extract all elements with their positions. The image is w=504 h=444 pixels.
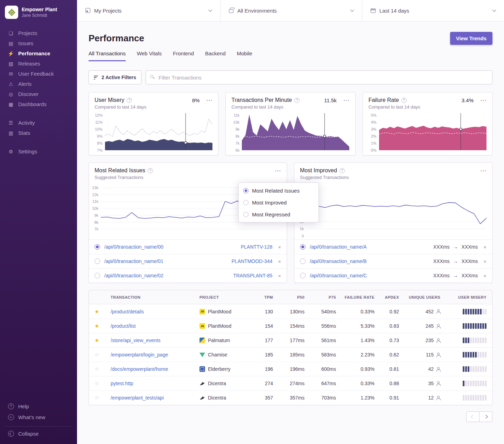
- close-icon[interactable]: ×: [483, 273, 486, 279]
- sidebar-item-activity[interactable]: ☰Activity: [5, 118, 72, 128]
- transaction-link[interactable]: /store/api_view_events: [111, 338, 197, 343]
- help-icon[interactable]: [148, 168, 153, 173]
- issue-link[interactable]: PLANTTV-128: [241, 244, 272, 250]
- star-icon[interactable]: ★: [94, 337, 108, 344]
- transaction-link[interactable]: /api/0/transaction_name/02: [104, 273, 163, 278]
- tab-all-transactions[interactable]: All Transactions: [89, 50, 126, 61]
- sidebar-item-issues[interactable]: ▤Issues: [5, 38, 72, 48]
- overflow-menu-icon[interactable]: ⋯: [275, 168, 281, 174]
- star-icon[interactable]: ☆: [94, 395, 108, 401]
- sidebar-item-projects[interactable]: ❏Projects: [5, 28, 72, 38]
- issue-link[interactable]: TRANSPLANT-85: [233, 273, 272, 278]
- dropdown-item-most-related-issues[interactable]: Most Related Issues: [239, 185, 318, 196]
- star-icon[interactable]: ★: [94, 323, 108, 329]
- transaction-link[interactable]: /docs/empowerplant/home: [111, 366, 197, 372]
- sidebar-item-help[interactable]: ?Help: [5, 401, 72, 412]
- star-icon[interactable]: ★: [94, 308, 108, 315]
- sidebar-item-collapse[interactable]: Collapse: [5, 426, 72, 439]
- discover-icon: ◎: [8, 91, 14, 97]
- radio-button[interactable]: [243, 200, 248, 205]
- transaction-link[interactable]: pytest.http: [111, 381, 197, 386]
- close-icon[interactable]: ×: [483, 258, 486, 264]
- dropdown-item-most-improved[interactable]: Most Improved: [239, 196, 318, 208]
- sidebar-item-label: Settings: [18, 148, 37, 154]
- duration-before: XXXms: [433, 273, 450, 278]
- sidebar-item-label: Issues: [18, 40, 33, 46]
- transaction-link[interactable]: /api/0/transaction_name/B: [310, 258, 367, 264]
- cell-p75: 540ms: [321, 309, 336, 314]
- tab-backend[interactable]: Backend: [205, 50, 225, 61]
- issue-link[interactable]: PLANTMOOD-344: [232, 258, 273, 264]
- radio-button[interactable]: [94, 244, 100, 250]
- transaction-link[interactable]: /api/0/transaction_name/C: [310, 273, 367, 278]
- star-icon[interactable]: ☆: [94, 380, 108, 387]
- overflow-menu-icon[interactable]: ⋯: [480, 168, 486, 174]
- sidebar-item-alerts[interactable]: ⚠Alerts: [5, 79, 72, 89]
- sidebar-item-user-feedback[interactable]: ✉User Feedback: [5, 69, 72, 79]
- close-icon[interactable]: ×: [483, 244, 486, 250]
- tab-frontend[interactable]: Frontend: [173, 50, 194, 61]
- cell-failure-rate: 0.33%: [360, 381, 374, 386]
- sidebar-item-what-s-new[interactable]: ≈What’s new: [5, 412, 72, 423]
- sidebar-item-dashboards[interactable]: ▦Dashboards: [5, 99, 72, 109]
- transaction-link[interactable]: /product/details: [111, 309, 197, 314]
- y-tick-label: 13k: [92, 186, 98, 190]
- transaction-link[interactable]: /empowerplant/login_page: [111, 352, 197, 358]
- close-icon[interactable]: ×: [278, 273, 281, 279]
- tab-mobile[interactable]: Mobile: [237, 50, 252, 61]
- chart-canvas: [242, 113, 349, 150]
- filter-icon: [94, 76, 98, 79]
- transaction-link[interactable]: /api/0/transaction_name/00: [104, 244, 163, 250]
- active-filters-button[interactable]: 2 Active Filters: [89, 70, 141, 84]
- radio-button[interactable]: [300, 258, 306, 264]
- environment-selector[interactable]: All Environments: [220, 0, 362, 21]
- project-selector[interactable]: My Projects: [77, 0, 220, 21]
- sidebar-item-discover[interactable]: ◎Discover: [5, 89, 72, 99]
- star-icon[interactable]: ☆: [94, 366, 108, 372]
- close-icon[interactable]: ×: [278, 244, 281, 250]
- close-icon[interactable]: ×: [278, 258, 281, 264]
- overflow-menu-icon[interactable]: ⋯: [343, 97, 350, 103]
- star-icon[interactable]: ☆: [94, 352, 108, 358]
- radio-button[interactable]: [243, 212, 248, 217]
- sidebar-item-releases[interactable]: ▧Releases: [5, 58, 72, 69]
- transaction-link[interactable]: /api/0/transaction_name/01: [104, 258, 163, 264]
- radio-button[interactable]: [94, 258, 100, 264]
- sidebar-item-label: Activity: [18, 120, 35, 126]
- project-name: Dicentra: [208, 381, 226, 386]
- transaction-list-item: /api/0/transaction_name/00PLANTTV-128×: [89, 240, 287, 254]
- date-range-selector[interactable]: Last 14 days: [362, 0, 504, 21]
- radio-button[interactable]: [94, 273, 100, 278]
- transaction-link[interactable]: /api/0/transaction_name/A: [310, 244, 367, 250]
- help-icon[interactable]: [127, 98, 132, 103]
- previous-page-button[interactable]: [466, 411, 479, 422]
- users-count: 245: [426, 323, 434, 329]
- cell-failure-rate: 1.43%: [360, 338, 374, 343]
- view-trends-button[interactable]: View Trends: [450, 32, 492, 45]
- sidebar-item-performance[interactable]: ⚡Performance: [5, 48, 72, 58]
- overflow-menu-icon[interactable]: ⋯: [480, 97, 486, 103]
- radio-button[interactable]: [300, 273, 306, 278]
- project-name: Elderberry: [208, 366, 231, 372]
- transaction-link[interactable]: /empowerplant_tests/api: [111, 395, 197, 401]
- search-input[interactable]: [146, 70, 492, 84]
- sidebar-item-stats[interactable]: ▥Stats: [5, 128, 72, 138]
- radio-button[interactable]: [243, 188, 248, 193]
- next-page-button[interactable]: [479, 411, 492, 422]
- chart-canvas: [379, 113, 486, 150]
- bird-project-icon: [200, 381, 205, 386]
- help-icon[interactable]: [401, 98, 407, 103]
- dropdown-item-most-regressed[interactable]: Most Regressed: [239, 208, 318, 220]
- org-switcher[interactable]: Empower Plant Jane Schmidt: [5, 6, 72, 19]
- sidebar-item-label: Discover: [18, 91, 38, 97]
- sidebar-item-settings[interactable]: ⚙Settings: [5, 146, 72, 157]
- help-icon[interactable]: [340, 168, 345, 173]
- transaction-link[interactable]: /product/list: [111, 323, 197, 329]
- radio-button[interactable]: [300, 244, 306, 250]
- tab-web-vitals[interactable]: Web Vitals: [137, 50, 162, 61]
- card-title: Failure Rate: [369, 97, 399, 103]
- overflow-menu-icon[interactable]: ⋯: [206, 97, 212, 103]
- cell-p75: 647ms: [321, 381, 336, 386]
- help-icon[interactable]: [294, 98, 300, 103]
- y-tick-label: 11k: [233, 113, 239, 117]
